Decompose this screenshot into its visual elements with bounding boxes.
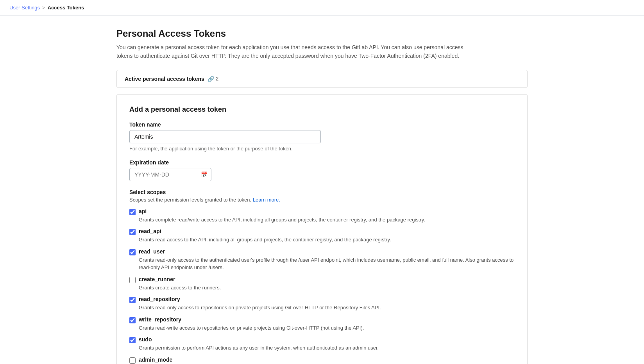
- token-name-label: Token name: [129, 121, 515, 128]
- expiration-date-input[interactable]: [129, 168, 211, 181]
- scope-item-read-api: read_api Grants read access to the API, …: [129, 228, 515, 244]
- scope-checkbox-sudo[interactable]: [129, 337, 136, 343]
- learn-more-link[interactable]: Learn more.: [253, 197, 280, 203]
- active-tokens-section: Active personal access tokens 🔗 2: [116, 70, 528, 88]
- breadcrumb-separator: >: [42, 5, 45, 11]
- chain-icon: 🔗: [208, 76, 214, 82]
- scope-desc-sudo: Grants permission to perform API actions…: [139, 344, 515, 352]
- scope-desc-read-user: Grants read-only access to the authentic…: [139, 256, 515, 271]
- add-token-card: Add a personal access token Token name F…: [116, 94, 528, 364]
- scopes-section: Select scopes Scopes set the permission …: [129, 189, 515, 364]
- scope-name-sudo: sudo: [139, 336, 152, 343]
- scope-name-create-runner: create_runner: [139, 276, 175, 282]
- scope-checkbox-read-api[interactable]: [129, 229, 136, 235]
- scope-checkbox-read-user[interactable]: [129, 249, 136, 255]
- scope-desc-read-repository: Grants read-only access to repositories …: [139, 304, 515, 312]
- scope-item-admin-mode: admin_mode Grants permission to perform …: [129, 357, 515, 364]
- scope-item-write-repository: write_repository Grants read-write acces…: [129, 316, 515, 332]
- scopes-description: Scopes set the permission levels granted…: [129, 197, 515, 203]
- add-token-title: Add a personal access token: [129, 105, 515, 114]
- scope-name-read-user: read_user: [139, 248, 165, 255]
- expiration-date-label: Expiration date: [129, 159, 515, 166]
- token-count: 2: [216, 76, 218, 82]
- breadcrumb-parent[interactable]: User Settings: [9, 5, 40, 11]
- expiration-date-group: Expiration date 📅: [129, 159, 515, 181]
- scope-checkbox-create-runner[interactable]: [129, 277, 136, 283]
- token-name-hint: For example, the application using the t…: [129, 146, 515, 152]
- scope-checkbox-write-repository[interactable]: [129, 317, 136, 323]
- token-name-group: Token name For example, the application …: [129, 121, 515, 152]
- breadcrumb-current: Access Tokens: [48, 5, 84, 11]
- scope-name-api: api: [139, 208, 147, 214]
- scope-name-read-api: read_api: [139, 228, 161, 234]
- scope-name-read-repository: read_repository: [139, 296, 180, 302]
- scope-desc-create-runner: Grants create access to the runners.: [139, 284, 515, 292]
- scope-item-create-runner: create_runner Grants create access to th…: [129, 276, 515, 292]
- scope-name-write-repository: write_repository: [139, 316, 181, 323]
- scope-name-admin-mode: admin_mode: [139, 357, 172, 363]
- scopes-title: Select scopes: [129, 189, 515, 195]
- scope-checkbox-api[interactable]: [129, 209, 136, 215]
- scope-desc-write-repository: Grants read-write access to repositories…: [139, 324, 515, 332]
- active-tokens-label: Active personal access tokens: [125, 76, 204, 82]
- scope-item-api: api Grants complete read/write access to…: [129, 208, 515, 224]
- scope-desc-api: Grants complete read/write access to the…: [139, 216, 515, 224]
- scope-item-sudo: sudo Grants permission to perform API ac…: [129, 336, 515, 352]
- date-input-wrapper: 📅: [129, 168, 211, 181]
- token-count-badge: 🔗 2: [208, 76, 218, 82]
- page-container: Personal Access Tokens You can generate …: [107, 16, 537, 364]
- scope-checkbox-admin-mode[interactable]: [129, 357, 136, 364]
- page-description: You can generate a personal access token…: [116, 43, 468, 61]
- scope-item-read-repository: read_repository Grants read-only access …: [129, 296, 515, 312]
- page-title: Personal Access Tokens: [116, 28, 528, 39]
- breadcrumb: User Settings > Access Tokens: [0, 0, 644, 16]
- scope-checkbox-read-repository[interactable]: [129, 297, 136, 303]
- scope-desc-read-api: Grants read access to the API, including…: [139, 236, 515, 244]
- token-name-input[interactable]: [129, 130, 321, 143]
- scope-item-read-user: read_user Grants read-only access to the…: [129, 248, 515, 271]
